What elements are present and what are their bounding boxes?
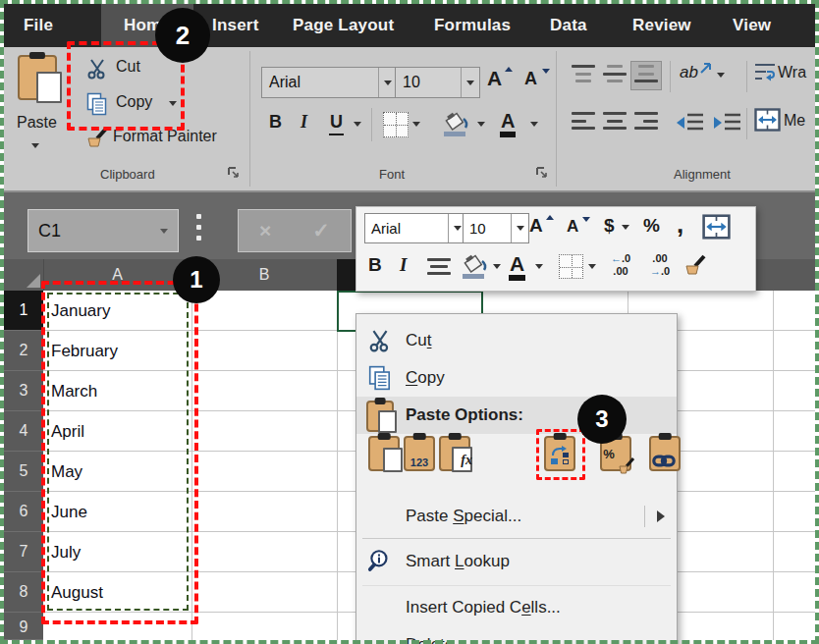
top-align-button[interactable] <box>572 65 595 86</box>
merge-center-button[interactable]: Me <box>754 108 819 135</box>
orientation-arrow-icon <box>699 61 713 75</box>
decrease-indent-button[interactable] <box>676 112 705 134</box>
row-header-3[interactable]: 3 <box>4 371 43 411</box>
middle-align-button[interactable] <box>603 65 627 86</box>
menu-item-copy[interactable]: Copy <box>356 359 677 397</box>
mini-shrink-letter: A <box>567 217 578 237</box>
menu-item-insert-copied-cells[interactable]: Insert Copied Cells... <box>356 589 677 626</box>
tab-formulas[interactable]: Formulas <box>434 4 511 47</box>
italic-button[interactable]: I <box>300 112 307 133</box>
mini-bold-button[interactable]: B <box>368 254 382 276</box>
mini-borders-icon[interactable] <box>559 254 583 279</box>
insert-copied-post: lls... <box>531 598 561 617</box>
font-size-combobox[interactable]: 10 <box>395 67 480 98</box>
mini-increase-font-button[interactable]: A <box>529 215 559 242</box>
tab-file[interactable]: File <box>24 4 53 47</box>
tab-review[interactable]: Review <box>632 4 691 47</box>
mini-italic-button[interactable]: I <box>400 254 407 276</box>
row-header-4[interactable]: 4 <box>4 411 43 452</box>
callout-badge-1: 1 <box>173 256 220 303</box>
mini-currency-dropdown[interactable] <box>622 225 629 230</box>
row-header-8[interactable]: 8 <box>4 572 43 613</box>
mini-font-size-value: 10 <box>469 220 486 237</box>
tab-page-layout[interactable]: Page Layout <box>293 4 394 47</box>
font-name-combobox[interactable]: Arial <box>261 67 398 98</box>
underline-button[interactable]: U <box>330 112 343 133</box>
mini-merge-center-button[interactable] <box>702 214 732 240</box>
font-size-dropdown[interactable] <box>461 68 479 97</box>
submenu-arrow-icon <box>657 510 665 522</box>
row-header-9[interactable]: 9 <box>4 613 43 640</box>
mini-font-color-dropdown[interactable] <box>535 264 543 269</box>
formula-bar-grip[interactable] <box>196 214 202 246</box>
menu-item-smart-lookup[interactable]: Smart Lookup <box>356 542 677 581</box>
paste-option-keep-formatting[interactable] <box>368 436 400 471</box>
enter-button[interactable]: ✓ <box>312 219 330 242</box>
mini-font-color-button[interactable]: A <box>510 252 553 282</box>
menu-item-cut[interactable]: Cut <box>356 322 677 359</box>
bold-button[interactable]: B <box>269 112 282 133</box>
mini-font-size-dropdown[interactable] <box>511 214 528 242</box>
increase-indent-button[interactable] <box>713 112 742 134</box>
paste-option-values[interactable]: 123 <box>404 436 435 471</box>
mini-fill-color-dropdown[interactable] <box>493 264 501 269</box>
mini-borders-dropdown[interactable] <box>588 264 596 269</box>
paste-option-link[interactable] <box>649 436 681 471</box>
underline-dropdown[interactable] <box>354 122 361 127</box>
row-header-7[interactable]: 7 <box>4 532 43 572</box>
mini-font-color-icon: A <box>510 252 524 276</box>
mini-percent-button[interactable]: % <box>643 215 660 237</box>
cut-pre: Cu <box>406 331 427 349</box>
cancel-button[interactable]: × <box>259 219 271 242</box>
font-color-dropdown[interactable] <box>530 122 538 127</box>
select-all-corner[interactable] <box>4 259 44 291</box>
link-icon <box>652 454 676 468</box>
mini-fill-color-button[interactable] <box>461 252 504 282</box>
fill-color-icon <box>442 110 471 137</box>
mini-currency-button[interactable]: $ <box>604 215 615 237</box>
mini-font-size-combobox[interactable]: 10 <box>463 213 529 243</box>
name-box-dropdown[interactable] <box>160 229 168 234</box>
align-center-button[interactable] <box>603 112 627 134</box>
paste-button[interactable]: Paste <box>14 53 69 161</box>
mini-increase-decimal-button[interactable]: ←.0 .00 <box>604 252 637 282</box>
clipboard-dialog-launcher-icon[interactable] <box>228 167 240 179</box>
align-right-button[interactable] <box>634 112 658 134</box>
mini-fill-color-icon <box>461 252 490 280</box>
mini-format-painter-button[interactable] <box>684 254 708 278</box>
fill-color-button[interactable] <box>442 110 487 139</box>
mini-font-name-combobox[interactable]: Arial <box>364 213 466 243</box>
increase-font-size-button[interactable]: A <box>485 65 517 96</box>
orientation-dropdown[interactable] <box>717 73 725 78</box>
tab-view[interactable]: View <box>733 4 771 47</box>
align-left-button[interactable] <box>572 112 595 134</box>
bottom-align-button[interactable] <box>630 61 662 90</box>
tab-data[interactable]: Data <box>550 4 587 47</box>
dec-decimal-bottom: .0 <box>661 265 670 277</box>
menu-item-delete[interactable]: Delete... <box>356 626 677 644</box>
row-header-5[interactable]: 5 <box>4 452 43 492</box>
wrap-text-icon <box>754 61 776 82</box>
fill-color-dropdown[interactable] <box>477 122 485 127</box>
name-box[interactable]: C1 <box>27 209 179 252</box>
font-dialog-launcher-icon[interactable] <box>536 167 548 179</box>
orientation-button[interactable]: ab <box>680 63 725 90</box>
mini-comma-button[interactable]: , <box>677 209 683 240</box>
row-header-6[interactable]: 6 <box>4 492 43 532</box>
mini-decrease-font-button[interactable]: A <box>567 217 596 244</box>
tab-insert[interactable]: Insert <box>212 4 259 47</box>
menu-item-paste-special[interactable]: Paste Special... <box>356 497 677 536</box>
row-header-2[interactable]: 2 <box>4 331 43 371</box>
decrease-font-size-button[interactable]: A <box>522 67 554 98</box>
borders-dropdown[interactable] <box>412 122 420 127</box>
row-header-1[interactable]: 1 <box>4 291 43 331</box>
column-header-c-selected[interactable] <box>337 259 357 291</box>
borders-icon[interactable] <box>383 112 409 137</box>
wrap-text-button[interactable]: Wra <box>754 61 819 88</box>
mini-merge-center-icon <box>702 214 731 240</box>
paste-clipboard-icon <box>18 55 57 100</box>
mini-align-center-button[interactable] <box>427 258 451 276</box>
font-color-button[interactable]: A <box>501 110 550 139</box>
mini-decrease-decimal-button[interactable]: .00 →.0 <box>643 252 677 282</box>
paste-option-formulas[interactable]: fx <box>439 436 470 471</box>
